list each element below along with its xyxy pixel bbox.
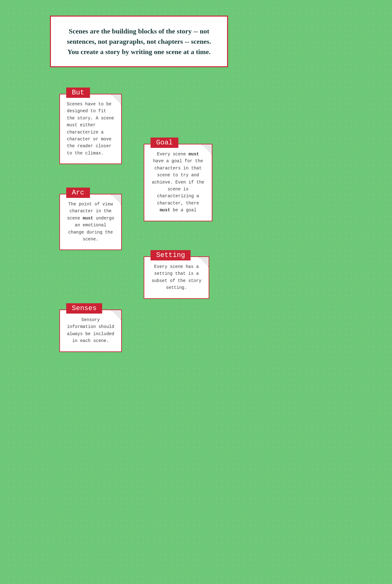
card-goal-text: Every scene must have a goal for the cha… bbox=[151, 151, 205, 214]
card-but-body: Scenes have to be designed to fit the st… bbox=[60, 94, 121, 164]
card-senses: Senses Sensory information should always… bbox=[59, 310, 122, 352]
arc-bold: must bbox=[83, 216, 93, 221]
card-but-tag: But bbox=[66, 88, 90, 98]
card-setting-tag: Setting bbox=[151, 250, 191, 260]
card-goal-tag: Goal bbox=[151, 138, 178, 148]
goal-pre: Every scene bbox=[157, 152, 189, 157]
card-senses-tag: Senses bbox=[66, 303, 102, 314]
card-arc-body: The point of view character in the scene… bbox=[60, 194, 121, 249]
card-but: But Scenes have to be designed to fit th… bbox=[59, 94, 122, 164]
goal-mid1: have a goal for the characters in that s… bbox=[152, 159, 204, 205]
card-goal-body: Every scene must have a goal for the cha… bbox=[144, 144, 212, 221]
card-arc: Arc The point of view character in the s… bbox=[59, 194, 122, 250]
card-setting-text: Every scene has a setting that is a subs… bbox=[151, 263, 202, 291]
card-senses-body: Sensory information should always be inc… bbox=[60, 310, 121, 351]
card-setting-body: Every scene has a setting that is a subs… bbox=[144, 257, 209, 298]
goal-post: be a goal bbox=[170, 208, 196, 213]
page-wrapper: Scenes are the building blocks of the st… bbox=[0, 0, 392, 584]
card-arc-tag: Arc bbox=[66, 188, 90, 198]
header-quote-box: Scenes are the building blocks of the st… bbox=[50, 16, 228, 67]
card-but-text: Scenes have to be designed to fit the st… bbox=[67, 101, 114, 157]
card-senses-text: Sensory information should always be inc… bbox=[67, 316, 114, 345]
card-setting: Setting Every scene has a setting that i… bbox=[144, 256, 209, 299]
card-goal: Goal Every scene must have a goal for th… bbox=[144, 144, 212, 221]
goal-bold2: must bbox=[160, 208, 170, 213]
header-quote-text: Scenes are the building blocks of the st… bbox=[62, 26, 216, 57]
card-arc-text: The point of view character in the scene… bbox=[67, 201, 114, 243]
goal-bold1: must bbox=[189, 152, 199, 157]
